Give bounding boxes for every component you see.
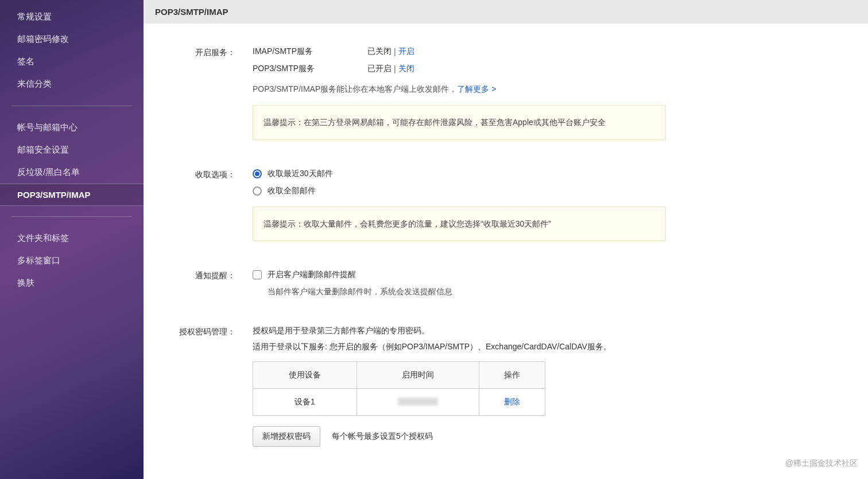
learn-more-link[interactable]: 了解更多 > bbox=[457, 84, 496, 94]
th-time: 启用时间 bbox=[356, 362, 479, 389]
sidebar-divider bbox=[11, 106, 132, 106]
checkbox-icon bbox=[253, 270, 262, 279]
main-content: POP3/SMTP/IMAP 开启服务： IMAP/SMTP服务 已关闭 | 开… bbox=[144, 0, 868, 479]
sidebar-item-password[interactable]: 邮箱密码修改 bbox=[0, 28, 144, 50]
notification-desc: 当邮件客户端大量删除邮件时，系统会发送提醒信息 bbox=[268, 287, 666, 297]
sidebar-item-security[interactable]: 邮箱安全设置 bbox=[0, 139, 144, 161]
auth-desc-2: 适用于登录以下服务: 您开启的服务（例如POP3/IMAP/SMTP）、Exch… bbox=[253, 342, 666, 352]
section-services: 开启服务： IMAP/SMTP服务 已关闭 | 开启 POP3/SMTP服务 已… bbox=[161, 46, 851, 140]
sidebar-group-2: 文件夹和标签 多标签窗口 换肤 bbox=[0, 221, 144, 300]
sidebar-item-multi-tab[interactable]: 多标签窗口 bbox=[0, 250, 144, 272]
services-hint-box: 温馨提示：在第三方登录网易邮箱，可能存在邮件泄露风险，甚至危害Apple或其他平… bbox=[253, 105, 666, 140]
page-title: POP3/SMTP/IMAP bbox=[144, 0, 868, 24]
delete-link[interactable]: 删除 bbox=[504, 397, 520, 406]
radio-icon bbox=[253, 169, 262, 178]
service-name: IMAP/SMTP服务 bbox=[253, 46, 367, 57]
service-row-pop3: POP3/SMTP服务 已开启 | 关闭 bbox=[253, 64, 666, 74]
auth-button-row: 新增授权密码 每个帐号最多设置5个授权码 bbox=[253, 426, 666, 447]
sidebar-item-antispam[interactable]: 反垃圾/黑白名单 bbox=[0, 161, 144, 184]
radio-option-30days[interactable]: 收取最近30天邮件 bbox=[253, 169, 666, 179]
sidebar-item-classification[interactable]: 来信分类 bbox=[0, 73, 144, 95]
section-label-receive: 收取选项： bbox=[161, 169, 253, 242]
sidebar-divider bbox=[11, 216, 132, 217]
section-receive: 收取选项： 收取最近30天邮件 收取全部邮件 温馨提示：收取大量邮件，会耗费您更… bbox=[161, 169, 851, 242]
sidebar-item-folders[interactable]: 文件夹和标签 bbox=[0, 227, 144, 250]
section-label-auth: 授权密码管理： bbox=[161, 326, 253, 447]
radio-icon bbox=[253, 186, 262, 196]
sidebar-group-0: 常规设置 邮箱密码修改 签名 来信分类 bbox=[0, 0, 144, 101]
services-description: POP3/SMTP/IMAP服务能让你在本地客户端上收发邮件，了解更多 > bbox=[253, 84, 666, 95]
separator: | bbox=[394, 64, 396, 73]
receive-hint-box: 温馨提示：收取大量邮件，会耗费您更多的流量，建议您选择“收取最近30天邮件” bbox=[253, 207, 666, 242]
section-auth: 授权密码管理： 授权码是用于登录第三方邮件客户端的专用密码。 适用于登录以下服务… bbox=[161, 326, 851, 447]
sidebar: 常规设置 邮箱密码修改 签名 来信分类 帐号与邮箱中心 邮箱安全设置 反垃圾/黑… bbox=[0, 0, 144, 479]
th-device: 使用设备 bbox=[253, 362, 357, 389]
checkbox-label: 开启客户端删除邮件提醒 bbox=[268, 270, 356, 280]
cell-device: 设备1 bbox=[253, 389, 357, 416]
service-name: POP3/SMTP服务 bbox=[253, 64, 367, 74]
sidebar-item-account-center[interactable]: 帐号与邮箱中心 bbox=[0, 116, 144, 139]
table-row: 设备1 删除 bbox=[253, 389, 545, 416]
sidebar-item-pop-smtp-imap[interactable]: POP3/SMTP/IMAP bbox=[0, 184, 144, 206]
service-toggle-link[interactable]: 关闭 bbox=[398, 64, 414, 74]
auth-table: 使用设备 启用时间 操作 设备1 删除 bbox=[253, 361, 545, 416]
th-action: 操作 bbox=[479, 362, 545, 389]
sidebar-item-signature[interactable]: 签名 bbox=[0, 50, 144, 73]
service-toggle-link[interactable]: 开启 bbox=[398, 46, 414, 57]
section-label-notification: 通知提醒： bbox=[161, 270, 253, 297]
watermark: @稀土掘金技术社区 bbox=[785, 458, 858, 469]
sidebar-item-general[interactable]: 常规设置 bbox=[0, 6, 144, 28]
section-notification: 通知提醒： 开启客户端删除邮件提醒 当邮件客户端大量删除邮件时，系统会发送提醒信… bbox=[161, 270, 851, 297]
section-label-services: 开启服务： bbox=[161, 46, 253, 140]
service-status: 已关闭 bbox=[367, 46, 392, 57]
auth-desc-1: 授权码是用于登录第三方邮件客户端的专用密码。 bbox=[253, 326, 666, 336]
cell-time bbox=[356, 389, 479, 416]
separator: | bbox=[394, 47, 396, 56]
desc-text: POP3/SMTP/IMAP服务能让你在本地客户端上收发邮件， bbox=[253, 84, 457, 94]
add-auth-button[interactable]: 新增授权密码 bbox=[253, 426, 320, 447]
sidebar-group-1: 帐号与邮箱中心 邮箱安全设置 反垃圾/黑白名单 POP3/SMTP/IMAP bbox=[0, 111, 144, 212]
cell-action: 删除 bbox=[479, 389, 545, 416]
radio-label: 收取最近30天邮件 bbox=[268, 169, 333, 179]
service-status: 已开启 bbox=[367, 64, 392, 74]
radio-option-all[interactable]: 收取全部邮件 bbox=[253, 186, 666, 196]
service-row-imap: IMAP/SMTP服务 已关闭 | 开启 bbox=[253, 46, 666, 57]
masked-time bbox=[398, 398, 438, 406]
table-header-row: 使用设备 启用时间 操作 bbox=[253, 362, 545, 389]
checkbox-delete-reminder[interactable]: 开启客户端删除邮件提醒 bbox=[253, 270, 666, 280]
sidebar-item-skin[interactable]: 换肤 bbox=[0, 272, 144, 294]
radio-label: 收取全部邮件 bbox=[268, 186, 316, 196]
auth-note: 每个帐号最多设置5个授权码 bbox=[332, 431, 433, 442]
